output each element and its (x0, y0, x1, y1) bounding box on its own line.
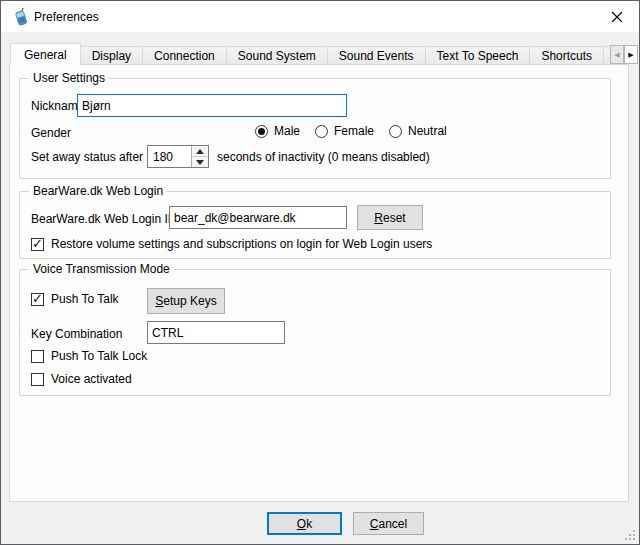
tab-sound-events[interactable]: Sound Events (327, 46, 426, 65)
push-to-talk-checkbox-row[interactable]: Push To Talk (31, 292, 119, 307)
away-seconds-value: 180 (148, 146, 191, 167)
checkbox-icon[interactable] (31, 350, 44, 363)
close-icon (611, 11, 623, 23)
key-combination-input[interactable] (147, 321, 285, 344)
tab-connection[interactable]: Connection (142, 46, 227, 65)
tab-sound-system[interactable]: Sound System (226, 46, 328, 65)
checkbox-icon[interactable] (31, 238, 44, 251)
close-button[interactable] (594, 1, 639, 32)
tab-display[interactable]: Display (80, 46, 143, 65)
tab-bar: General Display Connection Sound System … (10, 42, 610, 65)
tab-scroll-right-button[interactable]: ▶ (624, 45, 638, 64)
tab-general[interactable]: General (10, 43, 81, 65)
checkbox-icon[interactable] (31, 293, 44, 306)
away-seconds-spinner[interactable]: 180 (147, 145, 209, 168)
push-to-talk-lock-checkbox-row[interactable]: Push To Talk Lock (31, 349, 147, 364)
setup-keys-button[interactable]: Setup Keys (147, 288, 225, 314)
gender-radio-group: Male Female Neutral (255, 124, 447, 139)
gender-label: Gender (31, 126, 71, 141)
voice-activated-checkbox-row[interactable]: Voice activated (31, 372, 132, 387)
away-label: Set away status after (31, 150, 143, 165)
arrow-down-icon (196, 160, 204, 165)
group-title: BearWare.dk Web Login (29, 184, 167, 198)
preferences-dialog: Preferences General Display Connection S… (0, 0, 640, 545)
tab-shortcuts[interactable]: Shortcuts (529, 46, 604, 65)
away-suffix-label: seconds of inactivity (0 means disabled) (217, 150, 430, 165)
radio-female[interactable]: Female (315, 124, 374, 139)
app-icon (12, 8, 30, 26)
push-to-talk-label: Push To Talk (51, 292, 119, 307)
push-to-talk-lock-label: Push To Talk Lock (51, 349, 147, 364)
radio-selected-icon (255, 125, 268, 138)
group-title: Voice Transmission Mode (29, 262, 174, 276)
restore-volume-checkbox-row[interactable]: Restore volume settings and subscription… (31, 237, 432, 252)
window-title: Preferences (34, 10, 99, 24)
nickname-input[interactable] (77, 94, 347, 117)
radio-neutral[interactable]: Neutral (389, 124, 447, 139)
spin-up-button[interactable] (192, 146, 208, 156)
tab-scroll-left-button[interactable]: ◀ (610, 45, 624, 64)
radio-icon (315, 125, 328, 138)
web-login-id-input[interactable] (169, 206, 347, 229)
ok-button[interactable]: Ok (267, 512, 342, 535)
key-combination-label: Key Combination (31, 327, 122, 342)
web-login-id-label: BearWare.dk Web Login ID (31, 212, 176, 227)
radio-icon (389, 125, 402, 138)
cancel-button[interactable]: Cancel (353, 512, 424, 535)
group-title: User Settings (29, 71, 109, 85)
tab-video[interactable]: Video (603, 46, 610, 65)
radio-male[interactable]: Male (255, 124, 300, 139)
reset-button[interactable]: Reset (357, 205, 423, 230)
spinner-buttons (191, 146, 208, 167)
checkbox-icon[interactable] (31, 373, 44, 386)
title-bar[interactable]: Preferences (1, 1, 639, 32)
resize-grip[interactable] (625, 530, 636, 541)
arrow-up-icon (196, 149, 204, 154)
chevron-left-icon: ◀ (614, 51, 619, 59)
voice-activated-label: Voice activated (51, 372, 132, 387)
restore-volume-label: Restore volume settings and subscription… (51, 237, 432, 252)
chevron-right-icon: ▶ (628, 51, 633, 59)
tab-text-to-speech[interactable]: Text To Speech (425, 46, 531, 65)
spin-down-button[interactable] (192, 156, 208, 167)
